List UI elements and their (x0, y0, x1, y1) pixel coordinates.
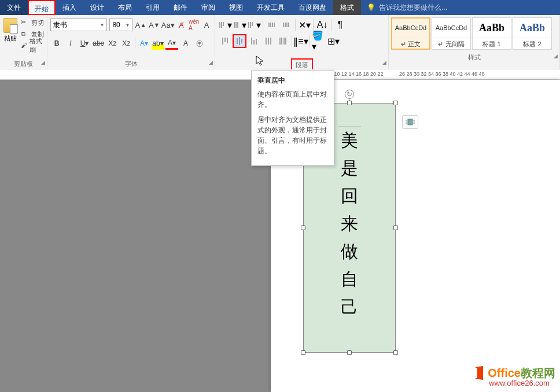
strike-button[interactable]: abc (92, 37, 105, 50)
font-launcher-icon[interactable]: ◢ (209, 57, 213, 68)
paragraph-launcher-icon[interactable]: ◢ (382, 57, 386, 68)
font-color-button[interactable]: A▾ (165, 37, 178, 50)
style-heading1[interactable]: AaBb 标题 1 (472, 17, 511, 50)
text-effects-button[interactable]: A▾ (138, 37, 150, 50)
menubar: 文件 开始 插入 设计 布局 引用 邮件 审阅 视图 开发工具 百度网盘 格式 … (0, 0, 560, 15)
font-group-label: 字体 (125, 60, 138, 67)
font-name-combo[interactable]: 隶书▼ (50, 19, 107, 31)
bold-button[interactable]: B (50, 37, 63, 50)
ruler-left-nums: 8 10 12 14 16 18 20 22 (330, 71, 384, 77)
menu-layout[interactable]: 布局 (111, 0, 139, 15)
grow-font-button[interactable]: A▲ (135, 19, 146, 31)
borders-button[interactable]: ⊞▾ (326, 34, 340, 48)
resize-handle[interactable] (301, 350, 305, 355)
align-top-button[interactable] (218, 34, 232, 48)
clear-format-button[interactable]: A̸ (176, 19, 186, 31)
menu-file[interactable]: 文件 (0, 0, 28, 15)
copy-icon: ⧉ (21, 30, 29, 38)
align-bottom-button[interactable] (247, 34, 261, 48)
menu-view[interactable]: 视图 (222, 0, 250, 15)
format-painter-button[interactable]: 🖌格式刷 (21, 40, 44, 51)
italic-button[interactable]: I (64, 37, 77, 50)
clipboard-group-label: 剪贴板 (14, 60, 33, 67)
group-styles: AaBbCcDd ↵ 正文 AaBbCcDd ↵ 无间隔 AaBb 标题 1 A… (389, 15, 560, 69)
resize-handle[interactable] (347, 101, 352, 105)
styles-launcher-icon[interactable]: ◢ (554, 51, 558, 61)
enclose-char-button[interactable]: ㊥ (193, 37, 206, 50)
layout-options-icon (405, 118, 415, 126)
group-font: 隶书▼ 80▼ A▲ A▼ Aa▾ A̸ wénA A B I U▾ abc X… (47, 15, 215, 69)
tell-me-text: 告诉我您想要做什么... (379, 3, 447, 13)
resize-handle[interactable] (347, 350, 352, 355)
ribbon: 粘贴 ✂剪切 ⧉复制 🖌格式刷 剪贴板◢ 隶书▼ 80▼ A▲ A▼ Aa▾ A… (0, 15, 560, 69)
resize-handle[interactable] (393, 350, 398, 355)
clipboard-launcher-icon[interactable]: ◢ (41, 57, 45, 68)
increase-indent-button[interactable] (279, 18, 293, 32)
watermark-url: www.office26.com (489, 379, 555, 387)
menu-references[interactable]: 引用 (139, 0, 167, 15)
chevron-down-icon: ▼ (100, 23, 105, 28)
shrink-font-button[interactable]: A▼ (149, 19, 160, 31)
highlight-button[interactable]: ab▾ (152, 37, 164, 50)
menu-design[interactable]: 设计 (83, 0, 111, 15)
menu-insert[interactable]: 插入 (56, 0, 83, 15)
scissors-icon: ✂ (21, 19, 29, 27)
align-justify-button[interactable] (261, 34, 275, 48)
tooltip-line1: 使内容在页面上居中对齐。 (257, 89, 328, 110)
chevron-down-icon: ▼ (126, 23, 130, 28)
bullets-button[interactable]: ▾ (233, 18, 246, 32)
menu-review[interactable]: 审阅 (194, 0, 222, 15)
asian-layout-button[interactable]: ✕▾ (297, 18, 311, 32)
char-shading-button[interactable]: A (179, 37, 192, 50)
ruler-right-nums: 26 28 30 32 34 36 38 40 42 44 46 48 (399, 71, 485, 77)
numbering-button[interactable]: ▾ (247, 18, 261, 32)
menu-format[interactable]: 格式 (333, 0, 361, 15)
tooltip-line2: 居中对齐为文档提供正式的外观，通常用于封面、引言，有时用于标题。 (257, 114, 328, 156)
paste-button[interactable]: 粘贴 (3, 17, 19, 57)
paste-label: 粘贴 (3, 34, 19, 43)
shading-button[interactable]: 🪣▾ (312, 34, 326, 48)
bulb-icon: 💡 (367, 3, 375, 12)
style-heading2[interactable]: AaBb 标题 2 (513, 17, 552, 50)
svg-rect-33 (408, 119, 412, 125)
style-no-spacing[interactable]: AaBbCcDd ↵ 无间隔 (432, 17, 471, 50)
menu-developer[interactable]: 开发工具 (250, 0, 292, 15)
char-border-button[interactable]: A (201, 19, 212, 31)
menu-home[interactable]: 开始 (28, 0, 56, 15)
paragraph-group-label: 段落 (296, 61, 308, 68)
change-case-button[interactable]: Aa▾ (162, 19, 174, 31)
office-logo-icon (471, 365, 488, 381)
style-normal[interactable]: AaBbCcDd ↵ 正文 (391, 17, 430, 50)
align-center-vertical-button[interactable] (233, 34, 246, 48)
align-distribute-button[interactable] (276, 34, 290, 48)
decrease-indent-button[interactable] (265, 18, 279, 32)
paste-icon (3, 18, 17, 33)
layout-options-button[interactable] (402, 115, 418, 129)
tooltip-title: 垂直居中 (257, 76, 328, 86)
cut-button[interactable]: ✂剪切 (21, 17, 44, 28)
styles-group-label: 样式 (468, 54, 481, 61)
underline-button[interactable]: U▾ (78, 37, 91, 50)
line-spacing-button[interactable]: ‖≡▾ (294, 34, 308, 48)
tooltip: 垂直居中 使内容在页面上居中对齐。 居中对齐为文档提供正式的外观，通常用于封面、… (251, 71, 334, 166)
rotate-handle-icon[interactable]: ↻ (345, 90, 354, 99)
phonetic-button[interactable]: wénA (189, 19, 199, 31)
font-size-combo[interactable]: 80▼ (109, 19, 132, 31)
text-direction-ltr-button[interactable]: ▾ (218, 18, 232, 32)
group-clipboard: 粘贴 ✂剪切 ⧉复制 🖌格式刷 剪贴板◢ (0, 15, 47, 69)
resize-handle[interactable] (393, 101, 398, 105)
subscript-button[interactable]: X2 (106, 37, 119, 50)
tell-me-box[interactable]: 💡 告诉我您想要做什么... (361, 3, 453, 13)
menu-baidu[interactable]: 百度网盘 (292, 0, 333, 15)
watermark: Office教程网 www.office26.com (471, 365, 555, 387)
group-paragraph: ▾ ▾ ▾ ✕▾ A↓ ¶ ‖≡▾ (215, 15, 389, 69)
superscript-button[interactable]: X2 (120, 37, 132, 50)
menu-mailings[interactable]: 邮件 (167, 0, 194, 15)
show-marks-button[interactable]: ¶ (333, 18, 347, 32)
brush-icon: 🖌 (21, 42, 27, 50)
